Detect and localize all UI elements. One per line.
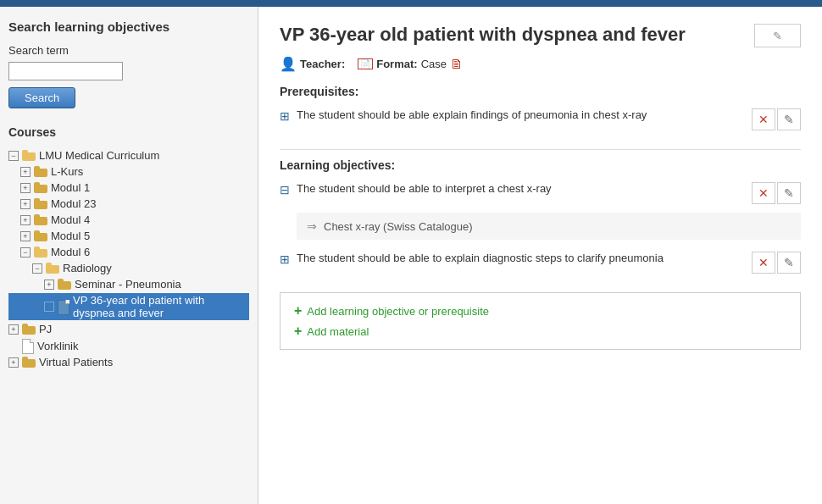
tree-label-vp36: VP 36-year old patient with dyspnea and … xyxy=(73,294,247,319)
teacher-label: Teacher: xyxy=(300,58,345,70)
obj-edit-btn-1[interactable]: ✎ xyxy=(777,182,801,204)
obj-actions-1: ✕ ✎ xyxy=(752,182,801,204)
tree-label-vorklinik: Vorklinik xyxy=(37,340,78,352)
prereq-expand-icon-1[interactable]: ⊞ xyxy=(280,109,293,123)
prereq-text-1: The student should be able explain findi… xyxy=(297,108,647,121)
tree-item-vorklinik[interactable]: Vorklinik xyxy=(8,338,249,353)
tree-label-modul6: Modul 6 xyxy=(51,246,90,258)
add-material-label: Add material xyxy=(307,325,369,338)
meta-row: 👤 Teacher: 📄 Format: Case 🗎 xyxy=(280,56,801,72)
folder-icon-lmu xyxy=(22,150,36,161)
subitem-text-1: Chest x-ray (Swiss Catalogue) xyxy=(324,220,473,233)
title-row: VP 36-year old patient with dyspnea and … xyxy=(280,24,801,47)
tree-label-radiology: Radiology xyxy=(63,262,112,274)
folder-icon-virtual xyxy=(22,357,36,368)
learning-objectives-section: Learning objectives: ⊟ The student shoul… xyxy=(280,158,801,277)
search-form: Search learning objectives Search term S… xyxy=(8,19,249,108)
doc-icon-vp36 xyxy=(58,300,69,313)
plus-icon-material: + xyxy=(294,324,302,339)
section-divider xyxy=(280,149,801,150)
obj-delete-btn-2[interactable]: ✕ xyxy=(752,252,775,274)
expand-icon-lmu[interactable]: − xyxy=(8,151,19,161)
prerequisites-section: Prerequisites: ⊞ The student should be a… xyxy=(280,85,801,134)
tree-label-modul23: Modul 23 xyxy=(51,197,96,210)
top-bar xyxy=(0,0,822,7)
expand-icon-virtual[interactable]: + xyxy=(8,357,19,368)
doc-icon-vorklinik xyxy=(22,339,34,352)
obj-edit-btn-2[interactable]: ✎ xyxy=(777,252,801,274)
expand-icon-modul23[interactable]: + xyxy=(20,199,31,209)
objective-row-2: ⊞ The student should be able to explain … xyxy=(280,248,801,277)
expand-icon-modul6[interactable]: − xyxy=(20,247,31,258)
tree-label-lkurs: L-Kurs xyxy=(51,165,83,178)
obj-text-2: The student should be able to explain di… xyxy=(297,252,664,264)
search-label: Search term xyxy=(8,44,249,57)
prereq-edit-btn-1[interactable]: ✎ xyxy=(777,108,801,130)
folder-icon-seminar xyxy=(58,279,71,290)
pencil-icon: ✎ xyxy=(773,30,782,42)
objective-content-row-1: ⊟ The student should be able to interpre… xyxy=(280,179,801,208)
expand-icon-modul1[interactable]: + xyxy=(20,183,31,193)
expand-icon-seminar[interactable]: + xyxy=(44,280,54,290)
tree-item-modul6[interactable]: − Modul 6 xyxy=(8,245,249,259)
expand-icon-modul5[interactable]: + xyxy=(20,231,31,241)
add-objective-label: Add learning objective or prerequisite xyxy=(307,305,489,318)
sidebar: Search learning objectives Search term S… xyxy=(0,7,258,504)
obj-delete-btn-1[interactable]: ✕ xyxy=(752,182,775,204)
add-material-link[interactable]: + Add material xyxy=(294,324,786,339)
obj-actions-2: ✕ ✎ xyxy=(752,252,801,274)
tree-label-seminar: Seminar - Pneumonia xyxy=(75,278,181,291)
objective-content-row-2: ⊞ The student should be able to explain … xyxy=(280,248,801,277)
spacer-vorklinik xyxy=(8,340,20,352)
tree-item-modul1[interactable]: + Modul 1 xyxy=(8,180,249,195)
tree-item-pj[interactable]: + PJ xyxy=(8,322,249,336)
search-button[interactable]: Search xyxy=(8,87,75,108)
tree-item-modul5[interactable]: + Modul 5 xyxy=(8,229,249,243)
expand-icon-radiology[interactable]: − xyxy=(32,263,42,274)
folder-icon-radiology xyxy=(46,263,59,274)
plus-icon-objective: + xyxy=(294,303,302,318)
tree-label-modul5: Modul 5 xyxy=(51,230,90,242)
page-title: VP 36-year old patient with dyspnea and … xyxy=(280,24,741,46)
arrow-icon-1: ⇒ xyxy=(307,219,317,233)
format-value: Case xyxy=(421,58,447,70)
obj-expand-icon-2[interactable]: ⊞ xyxy=(280,252,293,266)
tree-item-lkurs[interactable]: + L-Kurs xyxy=(8,164,249,179)
tree-item-vp36[interactable]: VP 36-year old patient with dyspnea and … xyxy=(8,293,249,320)
add-section: + Add learning objective or prerequisite… xyxy=(280,292,801,350)
pdf-icon: 🗎 xyxy=(450,57,464,72)
tree-label-modul4: Modul 4 xyxy=(51,213,90,226)
tree-label-lmu: LMU Medical Curriculum xyxy=(39,149,159,162)
title-edit-button[interactable]: ✎ xyxy=(754,24,801,47)
tree-item-modul23[interactable]: + Modul 23 xyxy=(8,197,249,211)
learning-title: Learning objectives: xyxy=(280,158,801,172)
folder-icon-modul5 xyxy=(34,230,47,241)
search-title: Search learning objectives xyxy=(8,19,249,34)
courses-title: Courses xyxy=(8,125,249,139)
tree-label-modul1: Modul 1 xyxy=(51,181,90,194)
expand-icon-lkurs[interactable]: + xyxy=(20,167,31,177)
obj-text-1: The student should be able to interpret … xyxy=(297,182,552,195)
tree-item-lmu[interactable]: − LMU Medical Curriculum xyxy=(8,148,249,163)
add-objective-link[interactable]: + Add learning objective or prerequisite xyxy=(294,303,786,318)
tree-item-virtual[interactable]: + Virtual Patients xyxy=(8,355,249,369)
prereq-delete-btn-1[interactable]: ✕ xyxy=(752,108,775,130)
tree-label-pj: PJ xyxy=(39,323,52,335)
expand-icon-pj[interactable]: + xyxy=(8,324,19,335)
folder-icon-modul23 xyxy=(34,198,47,209)
prereq-row-1: ⊞ The student should be able explain fin… xyxy=(280,105,801,134)
expand-icon-modul4[interactable]: + xyxy=(20,215,31,225)
folder-icon-pj xyxy=(22,324,36,335)
format-meta: 📄 Format: Case 🗎 xyxy=(358,57,464,72)
obj-expand-icon-1[interactable]: ⊟ xyxy=(280,183,293,197)
search-input[interactable] xyxy=(8,62,123,80)
tree-item-radiology[interactable]: − Radiology xyxy=(8,261,249,275)
obj-subitem-1: ⇒ Chest x-ray (Swiss Catalogue) xyxy=(297,213,801,240)
expand-icon-vp36 xyxy=(44,302,54,312)
tree-item-modul4[interactable]: + Modul 4 xyxy=(8,213,249,227)
tree-label-virtual: Virtual Patients xyxy=(39,356,113,368)
prerequisites-title: Prerequisites: xyxy=(280,85,801,98)
prereq-actions-1: ✕ ✎ xyxy=(752,108,801,130)
tree-item-seminar[interactable]: + Seminar - Pneumonia xyxy=(8,277,249,291)
prereq-content-1: ⊞ The student should be able explain fin… xyxy=(280,108,743,123)
